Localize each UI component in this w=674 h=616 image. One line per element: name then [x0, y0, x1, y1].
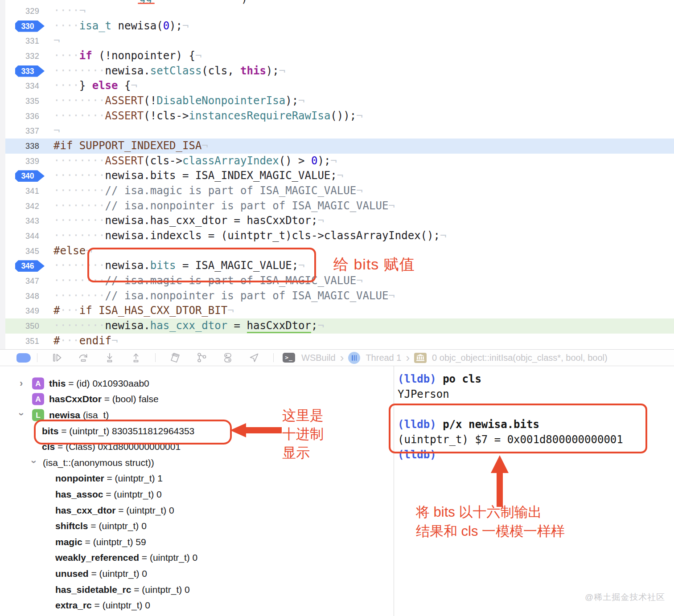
line-number[interactable]: 339 — [0, 156, 39, 166]
code-text[interactable]: ····¬ — [47, 4, 86, 19]
line-number[interactable]: 331 — [0, 37, 39, 46]
code-text[interactable]: ········newisa.has_cxx_dtor = hasCxxDtor… — [47, 213, 324, 228]
line-number[interactable]: 350 — [0, 321, 39, 330]
step-into-button[interactable] — [103, 352, 115, 364]
code-text[interactable]: ········// isa.nonpointer is part of ISA… — [47, 199, 395, 214]
code-line-337[interactable]: 337¬ — [0, 123, 674, 139]
code-text[interactable]: ····if (!nonpointer) {¬ — [47, 49, 201, 64]
code-text[interactable]: ········ASSERT(!cls->instancesRequireRaw… — [47, 109, 363, 124]
chevron-right-icon: › — [406, 353, 410, 362]
toolbar-separator — [155, 353, 156, 362]
code-fold-ribbon — [0, 0, 5, 349]
code-text[interactable]: ········newisa.has_cxx_dtor = hasCxxDtor… — [47, 318, 324, 334]
code-text[interactable]: ········// isa.nonpointer is part of ISA… — [47, 289, 395, 304]
breakpoint-badge[interactable]: 346 — [15, 260, 45, 272]
code-line-331[interactable]: 331¬ — [0, 33, 674, 49]
debug-area: ›Athis = (id) 0x10930aab0AhasCxxDtor = (… — [0, 366, 674, 616]
code-line-342[interactable]: 342········// isa.nonpointer is part of … — [0, 199, 674, 214]
code-line-336[interactable]: 336········ASSERT(!cls->instancesRequire… — [0, 109, 674, 124]
lldb-console[interactable]: (lldb) po clsYJPerson(lldb) p/x newisa.b… — [0, 366, 674, 616]
line-number[interactable]: 338 — [0, 141, 39, 151]
stack-frame-icon — [414, 353, 427, 363]
code-line-345[interactable]: 345#else¬ — [0, 244, 674, 259]
code-text[interactable]: #else¬ — [47, 244, 92, 259]
console-line[interactable]: (lldb) — [398, 447, 436, 462]
code-text[interactable]: #if SUPPORT_INDEXED_ISA¬ — [47, 139, 208, 154]
code-text[interactable]: ····} else {¬ — [47, 78, 137, 94]
error-underline — [138, 3, 155, 4]
console-line[interactable]: (uintptr_t) $7 = 0x001d800000000001 — [398, 432, 623, 447]
code-line-341[interactable]: 341········// isa.magic is part of ISA_M… — [0, 184, 674, 199]
console-line[interactable]: (lldb) p/x newisa.bits — [398, 417, 539, 432]
toolbar-separator — [273, 353, 274, 362]
code-text[interactable]: ········newisa.bits = ISA_MAGIC_VALUE;¬ — [47, 258, 305, 273]
console-target-icon[interactable]: >_ — [283, 353, 295, 363]
code-line-338[interactable]: 338#if SUPPORT_INDEXED_ISA¬ — [0, 139, 674, 154]
breadcrumb-thread[interactable]: Thread 1 — [366, 353, 401, 363]
line-number[interactable]: 341 — [0, 186, 39, 196]
code-line-349[interactable]: 349#···if ISA_HAS_CXX_DTOR_BIT¬ — [0, 303, 674, 318]
code-text[interactable]: ····isa_t newisa(0);¬ — [47, 19, 189, 34]
code-line-332[interactable]: 332····if (!nonpointer) {¬ — [0, 49, 674, 64]
line-number[interactable]: 337 — [0, 126, 39, 136]
console-line[interactable]: (lldb) po cls — [398, 371, 481, 387]
environment-overrides-button[interactable] — [222, 352, 234, 364]
line-number[interactable]: 351 — [0, 336, 39, 346]
code-line-330[interactable]: 330····isa_t newisa(0);¬ — [0, 19, 674, 34]
code-line-333[interactable]: 333········newisa.setClass(cls, this);¬ — [0, 64, 674, 79]
code-line-340[interactable]: 340········newisa.bits = ISA_INDEX_MAGIC… — [0, 168, 674, 184]
code-text[interactable]: ········newisa.indexcls = (uintptr_t)cls… — [47, 228, 446, 244]
scheme-name[interactable]: WSBuild — [301, 353, 336, 363]
line-number[interactable]: 342 — [0, 201, 39, 211]
breakpoint-badge[interactable]: 330 — [15, 20, 45, 32]
line-number[interactable]: 348 — [0, 291, 39, 301]
code-text[interactable]: ········// isa.magic is part of ISA_MAGI… — [47, 273, 363, 289]
breadcrumb-frame[interactable]: 0 objc_object::initIsa(objc_class*, bool… — [432, 353, 608, 363]
line-number[interactable]: 347 — [0, 276, 39, 286]
step-over-button[interactable] — [77, 352, 89, 364]
partial-code-mark: ) — [241, 0, 247, 5]
simulate-location-button[interactable] — [248, 352, 260, 364]
line-number[interactable]: 329 — [0, 6, 39, 16]
chevron-right-icon: › — [340, 353, 344, 362]
code-text[interactable]: ········newisa.setClass(cls, this);¬ — [47, 64, 285, 79]
code-text[interactable]: ¬ — [47, 33, 60, 49]
line-number[interactable]: 343 — [0, 216, 39, 226]
code-line-347[interactable]: 347········// isa.magic is part of ISA_M… — [0, 273, 674, 289]
code-text[interactable]: #···endif¬ — [47, 334, 118, 349]
continue-button[interactable] — [51, 352, 63, 364]
code-line-350[interactable]: 350········newisa.has_cxx_dtor = hasCxxD… — [0, 318, 674, 334]
line-number[interactable]: 349 — [0, 306, 39, 316]
code-text[interactable]: ········newisa.bits = ISA_INDEX_MAGIC_VA… — [47, 168, 343, 184]
line-number[interactable]: 344 — [0, 231, 39, 241]
code-line-346[interactable]: 346········newisa.bits = ISA_MAGIC_VALUE… — [0, 258, 674, 273]
code-line-344[interactable]: 344········newisa.indexcls = (uintptr_t)… — [0, 228, 674, 244]
code-line-334[interactable]: 334····} else {¬ — [0, 78, 674, 94]
code-text[interactable]: #···if ISA_HAS_CXX_DTOR_BIT¬ — [47, 303, 234, 318]
breakpoint-badge[interactable]: 340 — [15, 170, 45, 182]
code-line-343[interactable]: 343········newisa.has_cxx_dtor = hasCxxD… — [0, 213, 674, 228]
code-line-339[interactable]: 339········ASSERT(cls->classArrayIndex()… — [0, 154, 674, 169]
code-line-329[interactable]: 329····¬ — [0, 4, 674, 19]
line-number[interactable]: 336 — [0, 111, 39, 121]
breakpoint-badge[interactable]: 333 — [15, 65, 45, 77]
code-text[interactable]: ········// isa.magic is part of ISA_MAGI… — [47, 184, 363, 199]
line-number[interactable]: 335 — [0, 96, 39, 106]
code-text[interactable]: ········ASSERT(cls->classArrayIndex() > … — [47, 154, 337, 169]
code-text[interactable]: ¬ — [47, 123, 60, 139]
breakpoints-toggle-button[interactable] — [16, 353, 31, 363]
code-lines: 329····¬330····isa_t newisa(0);¬331¬332·… — [0, 4, 674, 348]
line-number[interactable]: 334 — [0, 82, 39, 91]
code-text[interactable]: ········ASSERT(!DisableNonpointerIsa);¬ — [47, 94, 305, 109]
line-number[interactable]: 345 — [0, 246, 39, 256]
line-number[interactable]: 332 — [0, 51, 39, 61]
source-editor[interactable]: gg ) 329····¬330····isa_t newisa(0);¬331… — [0, 0, 674, 349]
pane-divider[interactable] — [394, 366, 394, 616]
step-out-button[interactable] — [130, 352, 142, 364]
console-line[interactable]: YJPerson — [398, 387, 449, 402]
view-hierarchy-button[interactable] — [169, 352, 181, 364]
code-line-351[interactable]: 351#···endif¬ — [0, 334, 674, 349]
code-line-335[interactable]: 335········ASSERT(!DisableNonpointerIsa)… — [0, 94, 674, 109]
code-line-348[interactable]: 348········// isa.nonpointer is part of … — [0, 289, 674, 304]
memory-graph-button[interactable] — [195, 352, 207, 364]
